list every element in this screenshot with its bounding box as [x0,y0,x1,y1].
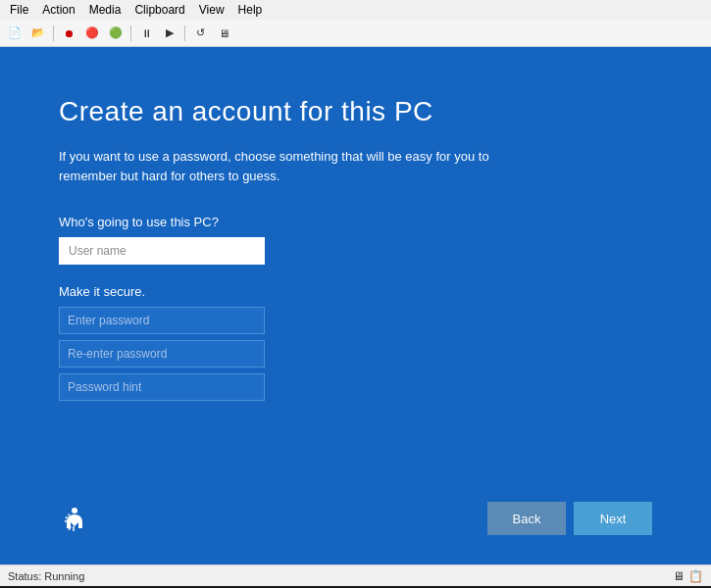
toolbar-record[interactable]: ⏺ [58,24,79,43]
password-input[interactable] [59,307,265,334]
toolbar-display[interactable]: 🖥 [213,24,234,43]
page-description: If you want to use a password, choose so… [59,147,530,185]
status-text: Status: Running [8,570,84,582]
bottom-bar: Back Next [59,502,652,535]
menu-media[interactable]: Media [83,2,127,18]
toolbar-new[interactable]: 📄 [4,24,25,43]
toolbar-green[interactable]: 🟢 [105,24,127,43]
menu-view[interactable]: View [193,2,230,18]
username-section: Who's going to use this PC? [59,215,652,270]
make-secure-label: Make it secure. [59,284,652,299]
menu-clipboard[interactable]: Clipboard [128,2,190,18]
nav-buttons: Back Next [487,502,652,535]
toolbar: 📄 📂 ⏺ 🔴 🟢 ⏸ ▶ ↺ 🖥 [0,20,711,47]
toolbar-sep3 [184,25,185,41]
toolbar-sep1 [53,25,54,41]
password-inputs [59,307,652,401]
statusbar: Status: Running 🖥 📋 [0,564,711,586]
statusbar-icon-2: 📋 [688,569,703,583]
toolbar-pause[interactable]: ⏸ [135,24,157,43]
password-section: Make it secure. [59,270,652,401]
menu-file[interactable]: File [4,2,34,18]
password-hint-input[interactable] [59,373,265,401]
statusbar-right: 🖥 📋 [673,569,703,583]
svg-point-0 [72,508,77,514]
username-label: Who's going to use this PC? [59,215,652,229]
menu-help[interactable]: Help [232,2,269,18]
statusbar-icon-1: 🖥 [673,569,685,583]
back-button[interactable]: Back [487,502,566,535]
toolbar-play[interactable]: ▶ [159,24,180,43]
toolbar-stop-record[interactable]: 🔴 [81,24,103,43]
toolbar-refresh[interactable]: ↺ [189,24,211,43]
main-content: Create an account for this PC If you wan… [0,47,711,564]
menu-action[interactable]: Action [36,2,80,18]
accessibility-icon[interactable] [59,503,90,534]
toolbar-open[interactable]: 📂 [27,24,49,43]
toolbar-sep2 [130,25,131,41]
next-button[interactable]: Next [574,502,652,535]
page-title: Create an account for this PC [59,96,652,127]
username-input[interactable] [59,237,265,265]
menubar: File Action Media Clipboard View Help [0,0,711,20]
reenter-password-input[interactable] [59,340,265,368]
